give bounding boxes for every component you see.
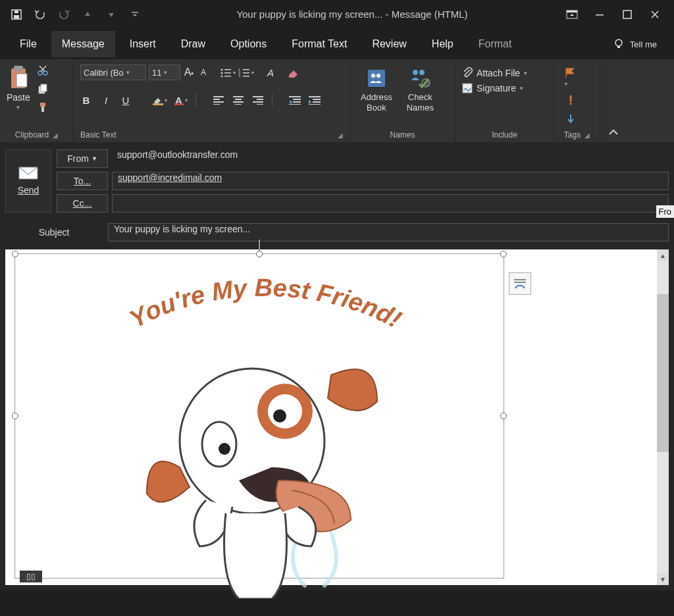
minimize-icon[interactable] <box>594 9 606 20</box>
ribbon-display-icon[interactable] <box>566 9 578 20</box>
image-selection[interactable]: You're My Best Friend! <box>14 253 504 578</box>
svg-rect-37 <box>233 96 244 97</box>
menu-options[interactable]: Options <box>220 31 277 57</box>
cut-icon[interactable] <box>37 64 49 76</box>
italic-button[interactable]: I <box>100 93 112 107</box>
copy-icon[interactable] <box>37 83 49 95</box>
format-painter-icon[interactable] <box>37 101 49 113</box>
layout-options-icon[interactable] <box>509 272 531 295</box>
redo-icon[interactable] <box>58 9 70 20</box>
group-names: Address Book @ Check Names Names <box>350 59 455 142</box>
save-icon[interactable] <box>11 9 22 20</box>
from-field[interactable]: support@outlooktransfer.com <box>112 149 669 168</box>
svg-rect-11 <box>14 66 23 71</box>
vertical-scrollbar[interactable]: ▲ ▼ <box>657 249 669 585</box>
eraser-icon[interactable] <box>287 66 300 79</box>
indent-decrease-icon[interactable] <box>289 93 301 107</box>
svg-rect-9 <box>617 46 620 48</box>
shrink-font-icon[interactable]: A <box>197 66 209 79</box>
menu-review[interactable]: Review <box>361 31 417 57</box>
menu-insert[interactable]: Insert <box>119 31 167 57</box>
scroll-up-icon[interactable]: ▲ <box>657 249 669 261</box>
numbering-icon[interactable]: 123▾ <box>238 66 254 79</box>
paste-button[interactable]: Paste ▾ <box>7 64 30 111</box>
bold-button[interactable]: B <box>80 93 92 107</box>
collapse-ribbon-icon[interactable] <box>600 124 627 142</box>
resize-handle[interactable] <box>500 251 507 257</box>
svg-rect-47 <box>293 101 301 103</box>
subject-field[interactable]: Your puppy is licking my screen... <box>108 223 669 242</box>
scroll-down-icon[interactable]: ▼ <box>657 573 669 585</box>
menu-file[interactable]: File <box>9 31 47 57</box>
to-field[interactable]: support@incredimail.com <box>112 172 669 190</box>
menu-draw[interactable]: Draw <box>170 31 216 57</box>
qat-more-icon[interactable] <box>129 9 141 20</box>
clipboard-icon <box>7 64 30 91</box>
high-importance-icon[interactable]: ! <box>569 93 573 108</box>
tell-me[interactable]: Tell me <box>605 38 665 50</box>
group-include: Attach File ▾ Signature ▾ Include <box>455 59 554 142</box>
svg-point-14 <box>43 71 47 75</box>
indent-increase-icon[interactable] <box>309 93 321 107</box>
next-icon[interactable] <box>105 9 117 20</box>
resize-handle[interactable] <box>12 413 18 419</box>
font-name-combo[interactable]: Calibri (Bo▾ <box>80 64 146 80</box>
menu-format-text[interactable]: Format Text <box>281 31 357 57</box>
menu-message[interactable]: Message <box>51 31 115 57</box>
check-names-button[interactable]: @ Check Names <box>403 64 438 115</box>
svg-rect-36 <box>213 104 220 105</box>
to-button[interactable]: To... <box>57 172 108 190</box>
scroll-thumb[interactable] <box>657 294 669 452</box>
svg-rect-41 <box>253 96 263 97</box>
svg-rect-6 <box>596 14 604 16</box>
address-book-button[interactable]: Address Book <box>357 64 396 115</box>
resize-handle[interactable] <box>500 413 507 419</box>
paste-label: Paste <box>7 92 30 103</box>
font-color-icon[interactable]: A▾ <box>175 93 188 107</box>
from-button[interactable]: From ▼ <box>57 149 108 168</box>
tags-launcher-icon[interactable]: ◢ <box>584 132 590 139</box>
tell-me-label: Tell me <box>630 39 657 49</box>
clipboard-label: Clipboard <box>15 130 49 140</box>
cc-button[interactable]: Cc... <box>57 194 108 213</box>
attach-file-button[interactable]: Attach File ▾ <box>462 67 527 79</box>
maximize-icon[interactable] <box>621 9 633 20</box>
svg-rect-38 <box>235 99 242 100</box>
window-controls <box>553 9 674 20</box>
resize-handle[interactable] <box>12 251 18 257</box>
svg-rect-63 <box>514 282 526 283</box>
svg-rect-30 <box>243 76 249 77</box>
follow-up-icon[interactable]: ▾ <box>565 67 577 88</box>
prev-icon[interactable] <box>82 9 93 20</box>
svg-point-57 <box>419 70 425 75</box>
svg-rect-46 <box>293 99 301 100</box>
menu-help[interactable]: Help <box>421 31 464 57</box>
align-right-icon[interactable] <box>252 93 264 107</box>
undo-icon[interactable] <box>34 9 46 20</box>
rotate-handle[interactable] <box>259 240 260 251</box>
svg-rect-52 <box>309 104 321 105</box>
align-center-icon[interactable] <box>232 93 244 107</box>
grow-font-icon[interactable]: A▴ <box>183 66 195 79</box>
clear-format-icon[interactable]: A <box>265 66 276 79</box>
svg-point-56 <box>413 70 418 75</box>
message-header: Send From ▼ support@outlooktransfer.com … <box>0 143 674 219</box>
resize-handle[interactable] <box>256 251 263 257</box>
low-importance-icon[interactable] <box>566 113 575 125</box>
send-button[interactable]: Send <box>5 149 51 213</box>
menu-format[interactable]: Format <box>468 31 523 57</box>
paste-more-icon[interactable]: ▾ <box>16 104 20 111</box>
include-label: Include <box>492 130 517 140</box>
subject-row: Subject Your puppy is licking my screen.… <box>0 219 674 249</box>
clipboard-launcher-icon[interactable]: ◢ <box>53 132 58 139</box>
signature-button[interactable]: Signature ▾ <box>462 83 527 93</box>
font-size-combo[interactable]: 11▾ <box>149 64 180 80</box>
close-icon[interactable] <box>649 9 661 20</box>
message-body[interactable]: ▲ ▼ You're My Best Friend! <box>5 249 669 585</box>
bullets-icon[interactable]: ▾ <box>220 66 236 79</box>
underline-button[interactable]: U <box>120 93 132 107</box>
cc-field[interactable] <box>112 194 669 213</box>
highlight-icon[interactable]: ▾ <box>151 93 167 107</box>
align-left-icon[interactable] <box>213 93 224 107</box>
basic-text-launcher-icon[interactable]: ◢ <box>338 132 343 139</box>
